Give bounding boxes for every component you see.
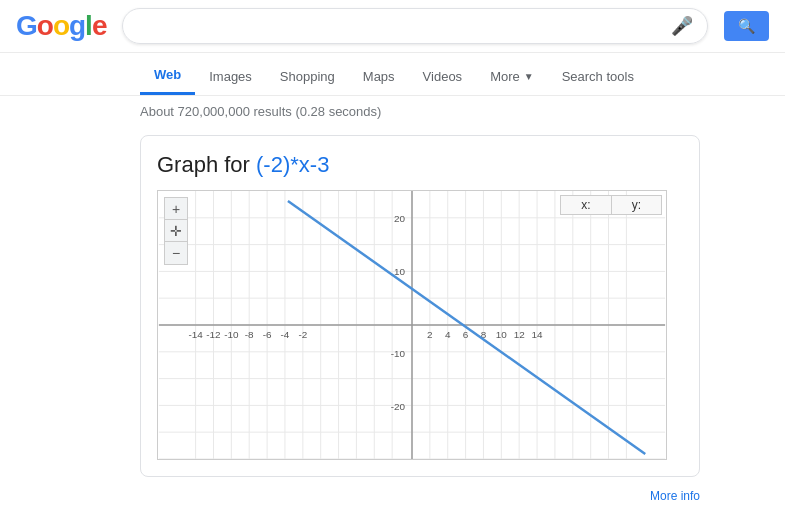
results-info: About 720,000,000 results (0.28 seconds) [0, 96, 785, 127]
nav-item-search-tools[interactable]: Search tools [548, 59, 648, 94]
search-input[interactable]: -2*x-3 [137, 17, 663, 35]
nav-item-shopping[interactable]: Shopping [266, 59, 349, 94]
zoom-controls: + ✛ − [164, 197, 188, 265]
zoom-in-button[interactable]: + [165, 198, 187, 220]
svg-text:2: 2 [427, 329, 433, 340]
nav-item-more[interactable]: More▼ [476, 59, 548, 94]
pan-button[interactable]: ✛ [165, 220, 187, 242]
graph-expression-link[interactable]: (-2)*x-3 [256, 152, 329, 177]
graph-title: Graph for (-2)*x-3 [157, 152, 683, 178]
svg-text:14: 14 [532, 329, 544, 340]
more-caret-icon: ▼ [524, 71, 534, 82]
svg-text:-2: -2 [298, 329, 307, 340]
svg-text:10: 10 [394, 266, 406, 277]
svg-text:10: 10 [496, 329, 508, 340]
nav-item-web[interactable]: Web [140, 57, 195, 95]
nav-item-videos[interactable]: Videos [409, 59, 477, 94]
svg-text:-4: -4 [281, 329, 290, 340]
x-coord: x: [561, 196, 611, 214]
svg-text:-12: -12 [206, 329, 221, 340]
svg-text:-20: -20 [391, 401, 406, 412]
svg-text:6: 6 [463, 329, 469, 340]
svg-line-55 [288, 201, 645, 454]
svg-text:-10: -10 [391, 348, 406, 359]
nav-item-maps[interactable]: Maps [349, 59, 409, 94]
zoom-out-button[interactable]: − [165, 242, 187, 264]
svg-text:-10: -10 [224, 329, 239, 340]
more-info[interactable]: More info [140, 485, 700, 507]
svg-text:20: 20 [394, 213, 406, 224]
google-logo[interactable]: Google [16, 10, 106, 42]
y-coord: y: [612, 196, 661, 214]
header: Google -2*x-3 🎤 🔍 [0, 0, 785, 53]
search-bar: -2*x-3 🎤 [122, 8, 708, 44]
graph-area: x: y: + ✛ − [157, 190, 667, 460]
nav-item-images[interactable]: Images [195, 59, 266, 94]
svg-text:-8: -8 [245, 329, 254, 340]
svg-text:12: 12 [514, 329, 526, 340]
search-button[interactable]: 🔍 [724, 11, 769, 41]
svg-text:4: 4 [445, 329, 451, 340]
graph-svg: -14 -12 -10 -8 -6 -4 -2 2 4 6 8 10 12 14… [158, 191, 666, 459]
nav-bar: Web Images Shopping Maps Videos More▼ Se… [0, 53, 785, 96]
graph-card: Graph for (-2)*x-3 x: y: + ✛ − [140, 135, 700, 477]
coord-display: x: y: [560, 195, 662, 215]
svg-text:-14: -14 [188, 329, 203, 340]
svg-text:-6: -6 [263, 329, 272, 340]
mic-icon[interactable]: 🎤 [671, 15, 693, 37]
